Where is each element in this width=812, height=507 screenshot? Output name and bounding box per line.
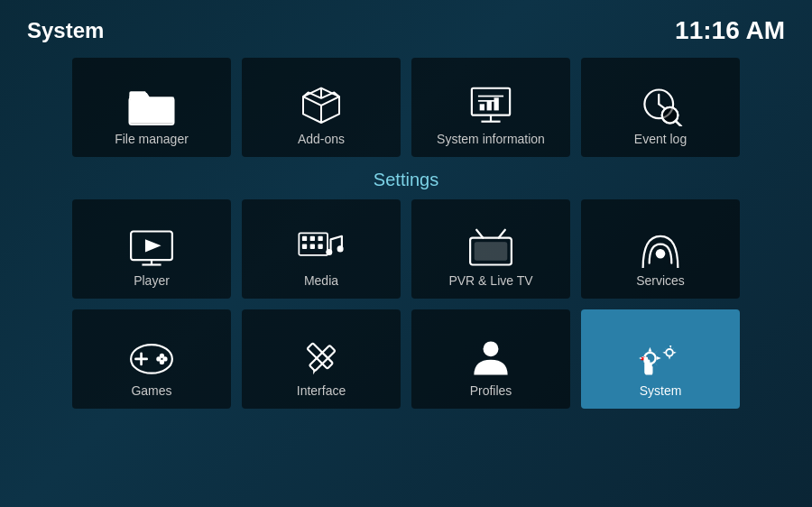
services-icon bbox=[636, 228, 685, 268]
tile-system-information-label: System information bbox=[437, 132, 545, 146]
tile-profiles[interactable]: Profiles bbox=[411, 309, 570, 409]
interface-icon bbox=[297, 338, 346, 378]
svg-line-16 bbox=[659, 104, 665, 108]
profiles-icon bbox=[466, 338, 515, 378]
svg-rect-28 bbox=[302, 244, 307, 249]
tile-file-manager[interactable]: File manager bbox=[72, 58, 231, 157]
svg-point-19 bbox=[662, 107, 678, 124]
tile-player[interactable]: Player bbox=[72, 199, 231, 299]
add-ons-icon bbox=[297, 87, 346, 126]
system-icon bbox=[636, 338, 685, 378]
tile-services[interactable]: Services bbox=[581, 199, 740, 299]
svg-rect-13 bbox=[494, 97, 499, 110]
settings-heading: Settings bbox=[0, 170, 812, 190]
svg-point-48 bbox=[484, 341, 499, 356]
svg-point-43 bbox=[156, 356, 161, 361]
system-information-icon bbox=[466, 87, 515, 126]
pvr-live-tv-icon bbox=[466, 228, 515, 268]
tile-event-log-label: Event log bbox=[634, 132, 687, 146]
svg-line-18 bbox=[676, 121, 681, 126]
tile-games-label: Games bbox=[131, 383, 171, 398]
tile-profiles-label: Profiles bbox=[470, 383, 512, 398]
tile-interface-label: Interface bbox=[297, 383, 346, 398]
tile-system[interactable]: System bbox=[581, 309, 740, 409]
svg-rect-47 bbox=[309, 346, 336, 372]
svg-rect-29 bbox=[310, 244, 315, 249]
settings-row-2: Games Interface Profiles bbox=[0, 309, 812, 409]
player-icon bbox=[127, 228, 176, 268]
svg-point-49 bbox=[666, 349, 673, 356]
games-icon bbox=[127, 338, 176, 378]
svg-rect-3 bbox=[129, 99, 173, 123]
clock-display: 11:16 AM bbox=[675, 16, 785, 45]
page-title: System bbox=[27, 18, 104, 43]
tile-media-label: Media bbox=[304, 273, 338, 288]
svg-rect-11 bbox=[480, 104, 484, 110]
svg-point-44 bbox=[162, 356, 167, 361]
tile-pvr-live-tv-label: PVR & Live TV bbox=[448, 273, 532, 288]
svg-line-34 bbox=[476, 230, 483, 238]
tile-add-ons-label: Add-ons bbox=[298, 132, 345, 146]
svg-marker-23 bbox=[145, 239, 161, 252]
svg-rect-12 bbox=[487, 101, 492, 111]
tile-pvr-live-tv[interactable]: PVR & Live TV bbox=[411, 199, 570, 299]
tile-add-ons[interactable]: Add-ons bbox=[242, 58, 401, 157]
top-tiles-row: File manager Add-ons bbox=[0, 58, 812, 157]
svg-rect-30 bbox=[318, 244, 322, 249]
svg-line-35 bbox=[499, 230, 505, 238]
tile-file-manager-label: File manager bbox=[115, 132, 189, 146]
svg-point-32 bbox=[337, 245, 344, 252]
svg-point-37 bbox=[656, 249, 666, 259]
header: System 11:16 AM bbox=[0, 0, 812, 54]
file-manager-icon bbox=[127, 87, 176, 126]
settings-row-1: Player Media bbox=[0, 199, 812, 299]
svg-rect-27 bbox=[318, 236, 322, 241]
tile-services-label: Services bbox=[636, 273, 685, 288]
tile-player-label: Player bbox=[134, 273, 170, 288]
svg-rect-25 bbox=[302, 236, 307, 241]
media-icon bbox=[297, 228, 346, 268]
tile-media[interactable]: Media bbox=[242, 199, 401, 299]
tile-system-information[interactable]: System information bbox=[411, 58, 570, 157]
tile-event-log[interactable]: Event log bbox=[581, 58, 740, 157]
event-log-icon bbox=[636, 87, 685, 126]
tile-system-label: System bbox=[640, 383, 682, 398]
svg-rect-36 bbox=[475, 243, 506, 260]
svg-rect-26 bbox=[310, 236, 315, 241]
tile-interface[interactable]: Interface bbox=[242, 309, 401, 409]
svg-point-31 bbox=[326, 249, 332, 255]
tile-games[interactable]: Games bbox=[72, 309, 231, 409]
